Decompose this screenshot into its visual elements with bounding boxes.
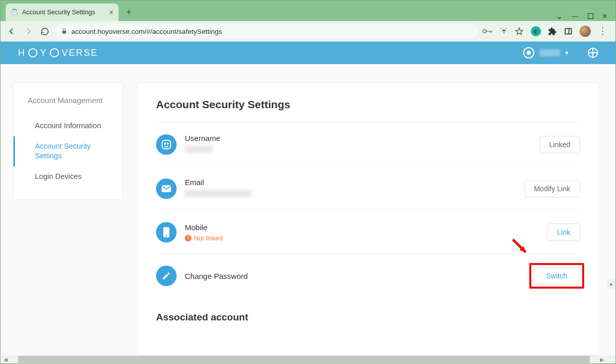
- link-button[interactable]: Link: [547, 224, 580, 241]
- scrollbar-corner: [607, 355, 615, 363]
- phone-icon: [156, 222, 177, 242]
- sidebar-item-account-security-settings[interactable]: Account Security Settings: [13, 136, 122, 167]
- user-icon[interactable]: [523, 47, 534, 58]
- row-email: Email Modify Link: [156, 167, 580, 211]
- page-viewport: HYVERSE ▾ Account Management Account Inf…: [1, 42, 615, 363]
- svg-rect-1: [565, 29, 571, 34]
- star-icon[interactable]: [515, 27, 524, 36]
- main-panel: Account Security Settings Username Linke…: [137, 83, 599, 355]
- row-label: Mobile: [185, 223, 547, 232]
- minimize-button[interactable]: —: [572, 12, 579, 20]
- not-linked-status: ! Not linked: [185, 235, 547, 242]
- scrollbar-arrow-left[interactable]: ◀: [2, 357, 10, 362]
- browser-toolbar: account.hoyoverse.com/#/account/safetySe…: [1, 21, 615, 42]
- svg-point-0: [483, 30, 486, 33]
- chevron-down-icon[interactable]: ⌄: [556, 11, 563, 21]
- sidebar-item-login-devices[interactable]: Login Devices: [13, 167, 122, 187]
- scrollbar-thumb[interactable]: [18, 356, 590, 363]
- row-body: Email: [185, 178, 524, 199]
- pencil-icon: [156, 266, 177, 286]
- menu-dots-icon[interactable]: ⋮: [598, 29, 607, 33]
- row-body: Username: [185, 134, 540, 155]
- browser-window: Account Security Settings × + ⌄ — × acco…: [0, 0, 616, 364]
- site-header: HYVERSE ▾: [1, 42, 615, 64]
- panel-icon[interactable]: [564, 27, 572, 35]
- back-button[interactable]: [6, 25, 18, 37]
- extensions-puzzle-icon[interactable]: [548, 27, 557, 36]
- key-icon[interactable]: [482, 28, 492, 35]
- svg-point-7: [166, 235, 167, 237]
- row-label: Username: [185, 134, 540, 143]
- window-controls: ⌄ — ×: [556, 6, 615, 21]
- mail-icon: [156, 178, 177, 199]
- titlebar: Account Security Settings × + ⌄ — ×: [1, 1, 615, 21]
- close-window-button[interactable]: ×: [603, 12, 607, 21]
- new-tab-button[interactable]: +: [122, 5, 136, 19]
- svg-point-4: [167, 143, 168, 144]
- modify-link-button[interactable]: Modify Link: [524, 180, 580, 197]
- linked-button[interactable]: Linked: [540, 136, 580, 153]
- brand-logo[interactable]: HYVERSE: [18, 48, 98, 58]
- reload-button[interactable]: [38, 25, 51, 37]
- username-value: [185, 146, 213, 153]
- ring-icon: [50, 48, 59, 57]
- extension-icon[interactable]: ◐: [531, 26, 541, 36]
- switch-button-wrapper: Switch: [533, 267, 580, 285]
- row-label: Change Password: [185, 272, 533, 280]
- maximize-button[interactable]: [588, 13, 593, 19]
- forward-button[interactable]: [22, 25, 34, 37]
- smiley-icon: [156, 134, 177, 155]
- loading-spinner-icon: [11, 9, 18, 16]
- url-text: account.hoyoverse.com/#/account/safetySe…: [71, 28, 222, 35]
- ring-icon: [28, 48, 37, 57]
- profile-avatar[interactable]: [580, 26, 591, 37]
- chevron-down-icon[interactable]: ▾: [565, 49, 568, 56]
- row-mobile: Mobile ! Not linked Link: [156, 211, 580, 254]
- header-right: ▾: [523, 47, 598, 58]
- warning-icon: !: [185, 235, 191, 241]
- tab-strip: Account Security Settings × +: [1, 4, 556, 21]
- username-display: [540, 49, 560, 56]
- address-bar[interactable]: account.hoyoverse.com/#/account/safetySe…: [55, 24, 478, 39]
- lock-icon: [61, 28, 67, 34]
- svg-point-3: [164, 143, 165, 144]
- row-change-password: Change Password Switch: [156, 254, 580, 297]
- row-body: Mobile ! Not linked: [185, 223, 547, 242]
- horizontal-scrollbar[interactable]: ◀ ▶: [2, 355, 606, 363]
- browser-tab[interactable]: Account Security Settings ×: [6, 4, 119, 21]
- row-body: Change Password: [185, 272, 533, 280]
- page-body: Account Management Account Information A…: [1, 64, 615, 355]
- globe-icon[interactable]: [588, 48, 598, 58]
- toolbar-icons: ◐ ⋮: [482, 26, 610, 37]
- close-tab-icon[interactable]: ×: [109, 8, 113, 16]
- share-icon[interactable]: [499, 27, 508, 35]
- sidebar: Account Management Account Information A…: [13, 83, 123, 200]
- scrollbar-arrow-right[interactable]: ▶: [598, 357, 606, 362]
- row-label: Email: [185, 178, 524, 187]
- section-associated-account: Associated account: [156, 312, 580, 323]
- svg-rect-2: [162, 140, 171, 149]
- switch-button[interactable]: Switch: [533, 267, 580, 285]
- sidebar-item-account-information[interactable]: Account Information: [13, 116, 122, 136]
- row-username: Username Linked: [156, 123, 580, 167]
- tab-title: Account Security Settings: [22, 9, 95, 16]
- scrollbar-arrow-up[interactable]: ▲: [607, 278, 615, 289]
- page-title: Account Security Settings: [156, 98, 580, 111]
- email-value: [185, 190, 252, 197]
- sidebar-header: Account Management: [13, 95, 122, 116]
